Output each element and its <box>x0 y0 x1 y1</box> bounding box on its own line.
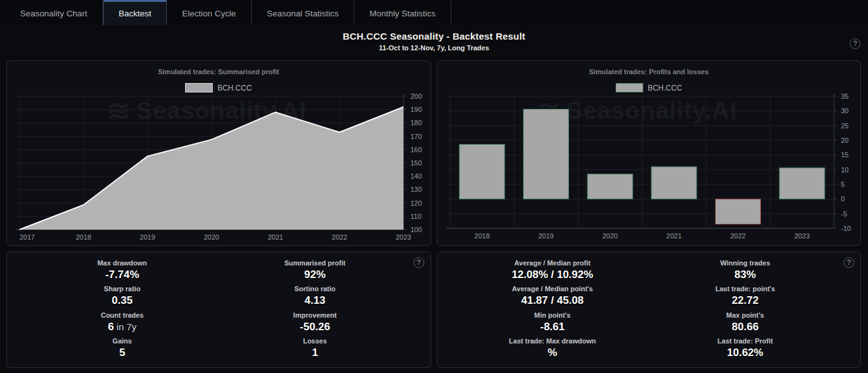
stat-value: 4.13 <box>218 294 411 307</box>
stat-average-median-profit: Average / Median profit 12.08% / 10.92% <box>456 259 649 281</box>
svg-text:160: 160 <box>410 146 422 153</box>
stat-label: Last trade: Profit <box>649 337 842 345</box>
profits-losses-bar-chart: 35302520151050-5-10201820192020202120222… <box>440 92 860 243</box>
stat-label: Max point's <box>649 311 842 319</box>
stat-sortino-ratio: Sortino ratio 4.13 <box>218 285 411 307</box>
svg-text:35: 35 <box>841 92 848 100</box>
svg-text:2023: 2023 <box>794 232 809 240</box>
stat-label: Sharp ratio <box>26 285 218 292</box>
svg-text:170: 170 <box>410 133 422 140</box>
svg-text:2018: 2018 <box>76 233 91 241</box>
chart-legend: BCH.CCC <box>437 83 861 92</box>
stat-value: 12.08% / 10.92% <box>456 269 649 281</box>
legend-label: BCH.CCC <box>217 84 252 92</box>
chart-legend: BCH.CCC <box>7 83 431 92</box>
stat-winning-trades: Winning trades 83% <box>649 259 842 281</box>
tab-monthly-statistics[interactable]: Monthly Statistics <box>354 0 451 25</box>
tab-label: Seasonal Statistics <box>267 9 339 18</box>
stat-label: Min point's <box>456 311 649 319</box>
stat-label: Improvement <box>218 311 411 319</box>
stat-label: Last trade: Max drawdown <box>456 337 649 345</box>
svg-text:2022: 2022 <box>332 233 347 241</box>
svg-text:20: 20 <box>841 136 848 144</box>
stats-grid: Average / Median profit 12.08% / 10.92% … <box>437 252 861 367</box>
svg-text:5: 5 <box>841 181 845 188</box>
svg-text:15: 15 <box>841 151 848 159</box>
svg-text:-5: -5 <box>841 210 847 218</box>
stat-sharp-ratio: Sharp ratio 0.35 <box>26 285 218 307</box>
stat-value: -7.74% <box>26 269 218 281</box>
chart-title: Simulated trades: Summarised profit <box>7 68 431 75</box>
stats-row: ? Max drawdown -7.74% Summarised profit … <box>6 252 861 368</box>
stat-value: -8.61 <box>456 321 649 333</box>
stat-label: Count trades <box>26 311 218 319</box>
page-title: BCH.CCC Seasonality - Backtest Result <box>0 31 868 42</box>
svg-text:150: 150 <box>410 159 422 167</box>
svg-text:110: 110 <box>410 213 422 220</box>
stat-value: 10.62% <box>649 347 842 359</box>
summarised-profit-area-chart: 2001901801701601501401301201101002017201… <box>9 92 430 243</box>
stat-last-trade-profit: Last trade: Profit 10.62% <box>649 337 842 359</box>
svg-text:2022: 2022 <box>730 232 745 240</box>
help-icon[interactable]: ? <box>850 38 860 49</box>
tab-seasonal-statistics[interactable]: Seasonal Statistics <box>252 0 354 25</box>
stat-max-point-s: Max point's 80.66 <box>649 311 842 333</box>
stat-value: 1 <box>218 347 411 359</box>
stat-label: Average / Median profit <box>456 259 649 267</box>
svg-text:10: 10 <box>841 166 848 174</box>
svg-text:2019: 2019 <box>538 232 553 240</box>
profits-losses-chart-panel: Simulated trades: Profits and losses BCH… <box>437 60 862 246</box>
svg-text:2020: 2020 <box>602 232 617 240</box>
tab-seasonality-chart[interactable]: Seasonality Chart <box>5 0 103 25</box>
stat-value: -50.26 <box>218 321 411 333</box>
stats-grid: Max drawdown -7.74% Summarised profit 92… <box>7 252 431 367</box>
svg-text:140: 140 <box>410 172 422 180</box>
svg-text:2019: 2019 <box>140 233 155 241</box>
stat-count-trades: Count trades 6 in 7y <box>26 311 218 333</box>
stat-value: 83% <box>649 269 842 281</box>
stat-value: 41.87 / 45.08 <box>456 294 649 307</box>
svg-text:200: 200 <box>410 92 422 100</box>
legend-label: BCH.CCC <box>648 84 682 92</box>
svg-text:120: 120 <box>410 199 422 207</box>
stat-value: 6 in 7y <box>26 321 218 333</box>
stat-value: 0.35 <box>26 294 218 307</box>
stats-panel-right: ? Average / Median profit 12.08% / 10.92… <box>437 252 862 368</box>
stat-average-median-point-s: Average / Median point's 41.87 / 45.08 <box>456 285 649 307</box>
svg-text:2021: 2021 <box>666 232 681 240</box>
stat-losses: Losses 1 <box>218 337 411 359</box>
help-icon[interactable]: ? <box>414 257 424 268</box>
svg-text:2017: 2017 <box>20 233 35 241</box>
stat-label: Last trade: point's <box>649 285 842 292</box>
stat-gains: Gains 5 <box>26 337 218 359</box>
stat-value: % <box>456 347 649 359</box>
page-header: BCH.CCC Seasonality - Backtest Result 11… <box>0 31 868 52</box>
help-icon[interactable]: ? <box>843 257 854 268</box>
svg-text:130: 130 <box>410 186 422 193</box>
stat-value: 80.66 <box>649 321 842 333</box>
tab-label: Election Cycle <box>182 9 236 18</box>
stat-value: 92% <box>218 269 411 281</box>
svg-text:2023: 2023 <box>396 233 411 241</box>
chart-title: Simulated trades: Profits and losses <box>437 68 861 75</box>
tab-bar: Seasonality ChartBacktestElection CycleS… <box>0 0 868 25</box>
tab-label: Backtest <box>119 9 152 18</box>
tab-label: Seasonality Chart <box>20 9 87 18</box>
page-subtitle: 11-Oct to 12-Nov, 7y, Long Trades <box>0 44 868 52</box>
tab-backtest[interactable]: Backtest <box>103 0 167 25</box>
stat-label: Losses <box>218 337 411 345</box>
stat-value: 22.72 <box>649 294 842 307</box>
stat-label: Average / Median point's <box>456 285 649 292</box>
stats-panel-left: ? Max drawdown -7.74% Summarised profit … <box>6 252 431 368</box>
stat-value: 5 <box>26 347 218 359</box>
stat-label: Sortino ratio <box>218 285 411 292</box>
stat-label: Max drawdown <box>26 259 218 267</box>
legend-swatch-icon <box>185 83 213 92</box>
svg-text:100: 100 <box>410 226 422 233</box>
stat-summarised-profit: Summarised profit 92% <box>218 259 411 281</box>
stat-label: Gains <box>26 337 218 345</box>
charts-row: Simulated trades: Summarised profit BCH.… <box>6 60 861 246</box>
tab-election-cycle[interactable]: Election Cycle <box>167 0 252 25</box>
svg-text:180: 180 <box>410 119 422 126</box>
svg-text:30: 30 <box>841 107 848 114</box>
